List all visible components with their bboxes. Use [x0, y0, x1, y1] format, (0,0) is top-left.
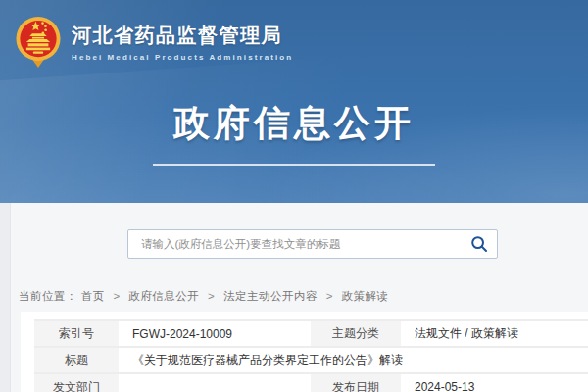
- page: 河北省药品监督管理局 Hebei Medical Products Admini…: [0, 0, 588, 392]
- breadcrumb-separator: >: [113, 290, 120, 302]
- page-title: 政府信息公开: [173, 99, 415, 148]
- breadcrumb-prefix: 当前位置：: [19, 290, 77, 302]
- breadcrumb-home[interactable]: 首页: [81, 290, 105, 302]
- breadcrumb-policy-interpretation[interactable]: 政策解读: [342, 290, 389, 302]
- publish-date-label: 发布日期: [311, 373, 401, 392]
- search-input[interactable]: [128, 230, 462, 258]
- content-area: 当前位置： 首页 > 政府信息公开 > 法定主动公开内容 > 政策解读 索引号 …: [0, 203, 588, 392]
- table-row-title: 标题 《关于规范医疗器械产品分类界定工作的公告》解读: [34, 347, 588, 373]
- breadcrumb-statutory-disclosure[interactable]: 法定主动公开内容: [223, 290, 318, 302]
- doc-title-value: 《关于规范医疗器械产品分类界定工作的公告》解读: [119, 347, 588, 373]
- search-icon: [470, 235, 488, 253]
- document-info-card: 索引号 FGWJ-2024-10009 主题分类 法规文件 / 政策解读 标题 …: [21, 312, 588, 392]
- breadcrumb-separator: >: [326, 290, 333, 302]
- document-info-table: 索引号 FGWJ-2024-10009 主题分类 法规文件 / 政策解读 标题 …: [34, 319, 588, 392]
- site-header: 河北省药品监督管理局 Hebei Medical Products Admini…: [0, 0, 588, 203]
- index-number-value: FGWJ-2024-10009: [119, 320, 311, 347]
- site-subtitle: Hebei Medical Products Administration: [72, 53, 293, 62]
- department-value: [119, 373, 311, 392]
- breadcrumb-separator: >: [208, 290, 215, 302]
- category-value: 法规文件 / 政策解读: [401, 320, 588, 347]
- site-logo[interactable]: 河北省药品监督管理局 Hebei Medical Products Admini…: [13, 15, 293, 70]
- brand-text: 河北省药品监督管理局 Hebei Medical Products Admini…: [72, 23, 293, 62]
- publish-date-value: 2024-05-13: [401, 373, 588, 392]
- search-button[interactable]: [462, 230, 497, 258]
- index-number-label: 索引号: [34, 320, 119, 347]
- category-label: 主题分类: [311, 320, 401, 347]
- doc-title-label: 标题: [34, 347, 119, 373]
- table-row-department-date: 发文部门 发布日期 2024-05-13: [34, 373, 588, 392]
- search-box: [127, 229, 498, 259]
- breadcrumb: 当前位置： 首页 > 政府信息公开 > 法定主动公开内容 > 政策解读: [19, 289, 389, 304]
- table-row-index-category: 索引号 FGWJ-2024-10009 主题分类 法规文件 / 政策解读: [34, 320, 588, 347]
- breadcrumb-gov-info[interactable]: 政府信息公开: [128, 290, 199, 302]
- national-emblem-icon: [13, 15, 64, 70]
- banner-divider: [153, 164, 435, 166]
- site-title: 河北省药品监督管理局: [72, 23, 293, 49]
- department-label: 发文部门: [34, 373, 119, 392]
